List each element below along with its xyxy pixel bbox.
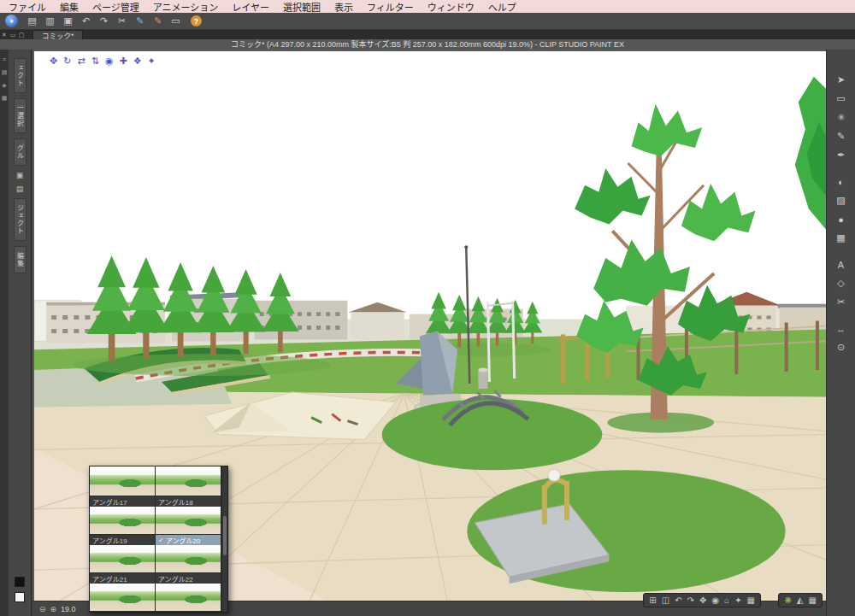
left-toolbar-strip: ≡ ▤ ◈ ▦ — [0, 50, 9, 616]
menu-selection[interactable]: 選択範囲 — [283, 0, 321, 14]
focus-icon[interactable]: ◉ — [105, 56, 114, 67]
grid-view-icon[interactable]: ⊞ — [649, 596, 656, 605]
redo-icon[interactable]: ↷ — [96, 14, 112, 28]
light-icon[interactable]: ✦ — [734, 596, 741, 605]
cut-icon[interactable]: ✂ — [114, 14, 130, 28]
palette-tab-object[interactable]: ェクト — [14, 58, 27, 93]
angle-preset-panel: アングル17 アングル18 アングル19 — [89, 466, 228, 613]
minimize-window-icon[interactable]: ▭ — [9, 32, 17, 38]
angle-item-22[interactable]: アングル22 — [156, 573, 221, 612]
move-tool-icon[interactable]: ↔ — [832, 320, 851, 337]
palette-folder-icon[interactable]: ▣ — [16, 171, 24, 179]
angle-item-prev-b[interactable] — [156, 466, 221, 496]
pencil-icon[interactable]: ✎ — [150, 14, 166, 28]
angle-label: アングル18 — [156, 496, 221, 507]
ink-tool-icon[interactable]: ✒ — [832, 147, 851, 163]
prism-icon[interactable]: ◭ — [797, 596, 804, 605]
document-tab-bar: ✕ ▭ ▢ コミック* — [0, 30, 855, 39]
menu-strip-icon[interactable]: ≡ — [3, 56, 6, 62]
palette-page-icon[interactable]: ▤ — [16, 185, 24, 193]
texture-icon[interactable]: ▦ — [809, 596, 817, 605]
menu-page-management[interactable]: ページ管理 — [92, 0, 139, 14]
sub-color-chip[interactable] — [15, 592, 25, 602]
maximize-window-icon[interactable]: ▢ — [17, 32, 26, 38]
airbrush-tool-icon[interactable]: ● — [832, 211, 851, 227]
command-toolbar: ✶ ▤ ▥ ▣ ↶ ↷ ✂ ✎ ✎ ▭ ? — [0, 13, 855, 30]
pan-horizontal-icon[interactable]: ⇄ — [77, 56, 85, 67]
perspective-icon[interactable]: ◫ — [662, 596, 669, 605]
angle-item-21[interactable]: アングル21 — [90, 573, 156, 612]
pen-tool-icon[interactable]: ✎ — [832, 128, 851, 144]
zoom-in-icon[interactable]: ⊕ — [50, 605, 57, 613]
move-3d-icon[interactable]: ✥ — [50, 56, 57, 67]
palette-tab-edit[interactable]: 編集 — [14, 246, 27, 273]
menu-animation[interactable]: アニメーション — [153, 0, 219, 14]
zoom-out-icon[interactable]: ⊖ — [39, 605, 46, 613]
angle-label-text: アングル22 — [158, 574, 193, 584]
home-view-icon[interactable]: ⌂ — [724, 596, 729, 605]
angle-label-text: アングル20 — [166, 536, 201, 545]
angle-item-20-selected[interactable]: ✓ アングル20 — [156, 535, 221, 573]
menu-window[interactable]: ウィンドウ — [428, 0, 475, 14]
text-tool-icon[interactable]: A — [832, 256, 851, 273]
menu-file[interactable]: ファイル — [9, 0, 46, 14]
angle-item-prev-a[interactable] — [90, 466, 156, 496]
palette-tab-object2[interactable]: ジェクト — [14, 198, 27, 241]
menu-view[interactable]: 表示 — [334, 0, 353, 14]
angle-thumbnail — [156, 507, 221, 534]
wand-tool-icon[interactable]: ✳ — [832, 109, 851, 126]
angle-label: アングル19 — [90, 535, 155, 545]
angle-item-18[interactable]: アングル18 — [156, 496, 221, 535]
select-tool-icon[interactable]: ➤ — [832, 72, 851, 88]
workspace: ≡ ▤ ◈ ▦ ェクト 一選択 グル ▣ ▤ ジェクト 編集 — [0, 50, 855, 616]
angle-row-3: アングル21 アングル22 — [90, 573, 221, 612]
open-icon[interactable]: ▥ — [42, 14, 58, 28]
document-title-bar: コミック* (A4 297.00 x 210.00mm 製本サイズ:B5 判 2… — [0, 39, 855, 50]
redo-view-icon[interactable]: ↷ — [687, 596, 694, 605]
select-3d-icon[interactable]: ✦ — [148, 56, 156, 67]
menu-help[interactable]: ヘルプ — [488, 0, 516, 14]
check-icon: ✓ — [158, 537, 164, 544]
pattern-tool-icon[interactable]: ▨ — [832, 192, 851, 208]
grid-strip-icon[interactable]: ▦ — [2, 95, 8, 101]
pages-strip-icon[interactable]: ▤ — [2, 69, 8, 75]
save-icon[interactable]: ▣ — [60, 14, 76, 28]
grid-tool-icon[interactable]: ▦ — [832, 230, 851, 246]
target-icon[interactable]: ◉ — [711, 596, 719, 605]
clip-studio-logo[interactable]: ✶ — [5, 15, 18, 27]
palette-tab-group[interactable]: グル — [14, 138, 27, 166]
angle-item-17[interactable]: アングル17 — [90, 496, 156, 535]
move-camera-icon[interactable]: ✥ — [699, 596, 706, 605]
main-color-chip[interactable] — [15, 577, 25, 587]
rotate-3d-icon[interactable]: ↻ — [63, 56, 71, 67]
angle-thumbnail — [156, 466, 221, 496]
angle-item-19[interactable]: アングル19 — [90, 535, 156, 573]
layers-strip-icon[interactable]: ◈ — [2, 82, 6, 88]
add-object-icon[interactable]: ✚ — [119, 56, 127, 67]
help-icon[interactable]: ? — [191, 15, 202, 26]
menu-filter[interactable]: フィルター — [367, 0, 414, 14]
shape-tool-icon[interactable]: ◇ — [832, 275, 851, 291]
ruler-icon[interactable]: ▭ — [168, 14, 184, 28]
clip-studio-paint-window: ファイル 編集 ページ管理 アニメーション レイヤー 選択範囲 表示 フィルター… — [0, 0, 855, 616]
pan-vertical-icon[interactable]: ⇅ — [91, 56, 99, 67]
render-icon[interactable]: ▦ — [747, 596, 755, 605]
angle-row-1: アングル17 アングル18 — [90, 496, 221, 535]
scissors-tool-icon[interactable]: ✂ — [832, 294, 851, 310]
document-tab[interactable]: コミック* — [32, 30, 83, 39]
brush-tool-icon[interactable]: ◐ — [832, 173, 851, 190]
menu-edit[interactable]: 編集 — [60, 0, 79, 14]
pen-icon[interactable]: ✎ — [132, 14, 148, 28]
new-document-icon[interactable]: ▤ — [24, 14, 40, 28]
scrollbar-thumb[interactable] — [223, 516, 227, 555]
undo-icon[interactable]: ↶ — [78, 14, 94, 28]
angle-panel-scrollbar[interactable] — [221, 466, 227, 612]
eyedropper-tool-icon[interactable]: ⊙ — [832, 339, 851, 355]
snap-icon[interactable]: ❖ — [133, 56, 142, 67]
palette-tab-selection[interactable]: 一選択 — [14, 98, 27, 133]
menu-layer[interactable]: レイヤー — [232, 0, 269, 14]
undo-view-icon[interactable]: ↶ — [675, 596, 681, 605]
marquee-tool-icon[interactable]: ▭ — [832, 91, 851, 107]
material-icon[interactable]: ❋ — [784, 596, 791, 605]
close-window-icon[interactable]: ✕ — [0, 32, 9, 38]
